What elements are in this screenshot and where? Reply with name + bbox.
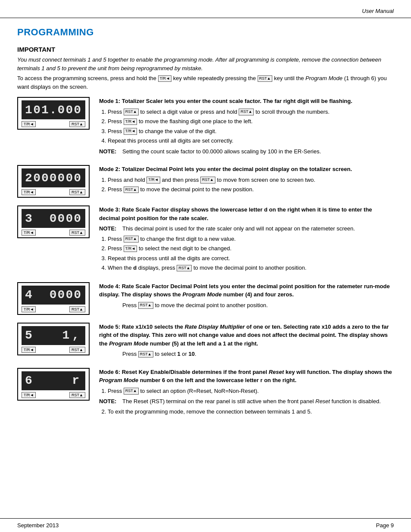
mode3-content: Mode 3: Rate Scale Factor display shows … [99,205,394,274]
mode1-list: Press RST▲ to select a digit value or pr… [108,108,394,145]
tr-button-mode1: T/R◄ [22,121,36,127]
rst-button-mode1: RST▲ [69,121,85,127]
rst-key-inline: RST▲ [258,75,273,82]
mode1-item3: Press T/R◄ to change the value of the di… [108,127,394,136]
mode1-display-box: 1 01.000 T/R◄ RST▲ [17,97,90,130]
mode2-buttons: T/R◄ RST▲ [22,189,85,195]
tr-key-inline: T/R◄ [158,75,171,82]
mode6-note-label: NOTE: [99,397,121,406]
rst-key: RST▲ [124,109,139,115]
page-container: User Manual PROGRAMMING IMPORTANT You mu… [0,0,411,532]
mode4-right-digits: 0000 [50,288,82,302]
tr-button-mode4: T/R◄ [22,306,36,312]
tr-key: T/R◄ [124,118,137,125]
mode2-item2: Press RST▲ to move the decimal point to … [108,185,394,194]
main-content: PROGRAMMING IMPORTANT You must connect t… [0,18,411,443]
mode1-content: Mode 1: Totalizer Scaler lets you enter … [99,97,394,157]
mode2-row: 2 000000 T/R◄ RST▲ Mode 2: Totalizer Dec… [17,165,394,198]
mode1-title: Mode 1: Totalizer Scaler lets you enter … [99,97,394,106]
mode3-note-label: NOTE: [99,224,121,233]
mode3-left-digit: 3 [25,212,33,225]
mode4-buttons: T/R◄ RST▲ [22,306,85,312]
mode1-note-text: Setting the count scale factor to 00.000… [122,147,321,156]
rst-button-mode2: RST▲ [69,189,85,195]
mode1-note-label: NOTE: [99,147,121,156]
intro-italic: You must connect terminals 1 and 5 toget… [17,56,394,72]
header-title: User Manual [362,8,394,14]
rst-button-mode6: RST▲ [69,392,85,398]
mode6-screen: 6 r [22,371,85,390]
mode6-row: 6 r T/R◄ RST▲ Mode 6: Reset Key Enable/D… [17,368,394,418]
mode5-buttons: T/R◄ RST▲ [22,347,85,353]
mode4-screen: 4 0000 [22,286,85,305]
mode6-item1: Press RST▲ to select an option (R=Reset,… [108,387,394,395]
tr-button-mode2: T/R◄ [22,189,36,195]
mode2-title: Mode 2: Totalizer Decimal Point lets you… [99,165,394,174]
tr-button-mode3: T/R◄ [22,230,36,236]
mode3-title: Mode 3: Rate Scale Factor display shows … [99,205,394,222]
mode3-display-box: 3 0000 T/R◄ RST▲ [17,205,90,238]
tr-key3: T/R◄ [124,128,137,135]
mode6-title: Mode 6: Reset Key Enable/Disable determi… [99,368,394,385]
tr-button-mode6: T/R◄ [22,392,36,398]
mode5-display-box: 5 1, T/R◄ RST▲ [17,323,90,355]
footer-left: September 2013 [17,522,59,529]
mode5-content: Mode 5: Rate x1/x10 selects the Rate Dis… [99,323,394,360]
mode3-item4: When the d displays, press RST▲ to move … [108,264,394,272]
mode2-screen: 2 000000 [22,168,85,187]
mode1-item1: Press RST▲ to select a digit value or pr… [108,108,394,116]
rst-key-m5: RST▲ [138,351,153,358]
mode1-left-digit: 1 [25,103,33,117]
mode2-item1: Press and hold T/R◄ and then press RST▲ … [108,176,394,184]
intro-normal: To access the programming screens, press… [17,74,394,91]
mode2-right-digits: 000000 [33,171,82,185]
mode5-screen: 5 1, [22,326,85,345]
mode3-note: NOTE: This decimal point is used for the… [99,224,394,233]
mode6-right-digits: r [72,374,82,387]
mode5-press-line: Press RST▲ to select 1 or 10. [122,350,394,358]
mode4-content: Mode 4: Rate Scale Factor Decimal Point … [99,282,394,311]
mode2-content: Mode 2: Totalizer Decimal Point lets you… [99,165,394,196]
mode4-row: 4 0000 T/R◄ RST▲ Mode 4: Rate Scale Fact… [17,282,394,315]
mode1-note: NOTE: Setting the count scale factor to … [99,147,394,156]
rst-key-m2b: RST▲ [124,187,139,193]
mode5-right-digits: 1, [62,329,82,342]
mode6-note: NOTE: The Reset (RST) terminal on the re… [99,397,394,406]
mode2-list: Press and hold T/R◄ and then press RST▲ … [108,176,394,194]
rst-key2: RST▲ [239,109,254,115]
subsection-title: IMPORTANT [17,46,394,53]
mode2-display-box: 2 000000 T/R◄ RST▲ [17,165,90,198]
mode1-right-digits: 01.000 [33,103,82,117]
mode5-row: 5 1, T/R◄ RST▲ Mode 5: Rate x1/x10 selec… [17,323,394,360]
mode4-left-digit: 4 [25,288,33,302]
mode3-item3: Repeat this process until all the digits… [108,254,394,263]
mode3-item1: Press RST▲ to change the first digit to … [108,235,394,243]
mode1-item2: Press T/R◄ to move the flashing digit on… [108,117,394,126]
mode3-right-digits: 0000 [50,212,82,225]
mode1-buttons: T/R◄ RST▲ [22,121,85,127]
mode3-note-text: This decimal point is used for the rate … [122,224,355,233]
mode3-item2: Press T/R◄ to select the next digit to b… [108,244,394,253]
section-title: PROGRAMMING [17,27,394,38]
mode3-buttons: T/R◄ RST▲ [22,230,85,236]
rst-key-m3b: RST▲ [177,265,192,272]
rst-key-m6: RST▲ [124,388,139,395]
rst-button-mode4: RST▲ [69,306,85,312]
mode1-row: 1 01.000 T/R◄ RST▲ Mode 1: Totalizer Sca… [17,97,394,157]
mode6-display-box: 6 r T/R◄ RST▲ [17,368,90,401]
mode6-list2: To exit the programming mode, remove the… [108,408,394,416]
mode6-exit-item: To exit the programming mode, remove the… [108,408,394,416]
page-header: User Manual [0,0,411,18]
tr-key-m3: T/R◄ [124,246,137,252]
mode5-title: Mode 5: Rate x1/x10 selects the Rate Dis… [99,323,394,348]
mode3-screen: 3 0000 [22,209,85,228]
rst-button-mode3: RST▲ [69,230,85,236]
mode4-press-line: Press RST▲ to move the decimal point to … [122,301,394,310]
mode6-list: Press RST▲ to select an option (R=Reset,… [108,387,394,395]
rst-key-m3: RST▲ [124,236,139,243]
mode1-screen: 1 01.000 [22,100,85,119]
mode3-list: Press RST▲ to change the first digit to … [108,235,394,272]
rst-key-m2: RST▲ [200,177,215,184]
mode6-left-digit: 6 [25,374,33,387]
mode2-left-digit: 2 [25,171,33,185]
